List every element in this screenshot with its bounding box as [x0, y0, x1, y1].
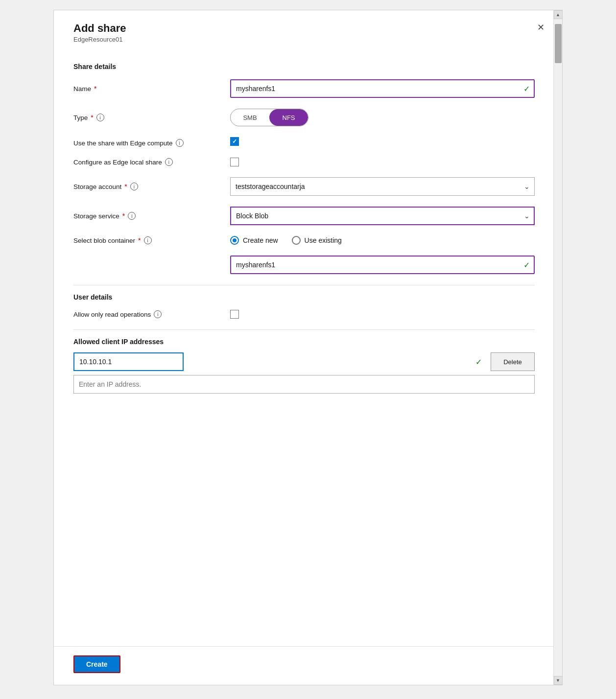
edge-compute-info-icon[interactable]: i: [176, 139, 184, 147]
edge-local-label: Configure as Edge local share i: [73, 158, 230, 166]
ip-input-2[interactable]: [73, 375, 535, 394]
ip-input-wrapper-1: ✓: [73, 352, 487, 371]
storage-account-dropdown[interactable]: teststorageaccountarja: [230, 177, 535, 196]
ip-section-title: Allowed client IP addresses: [73, 338, 535, 346]
type-field-row: Type * i SMB NFS: [73, 109, 535, 126]
blob-container-row: Select blob container * i Create new Use…: [73, 236, 535, 245]
header-text-group: Add share EdgeResource01: [73, 22, 126, 43]
storage-account-required-star: *: [124, 183, 127, 190]
blob-radio-group-wrap: Create new Use existing: [230, 236, 535, 245]
allow-read-checkbox-wrap: [230, 310, 535, 319]
section-divider: [73, 285, 535, 285]
ip-row-2: [73, 375, 535, 394]
user-details-section-title: User details: [73, 293, 535, 301]
storage-service-info-icon[interactable]: i: [128, 212, 136, 220]
edge-local-row: Configure as Edge local share i: [73, 158, 535, 166]
edge-compute-checkbox[interactable]: [230, 137, 239, 146]
ip-section-divider: [73, 329, 535, 330]
storage-account-info-icon[interactable]: i: [130, 183, 138, 190]
edge-compute-checkbox-wrap: [230, 137, 535, 146]
type-toggle-wrap: SMB NFS: [230, 109, 535, 126]
panel-header: Add share EdgeResource01 ✕: [54, 10, 562, 49]
scrollbar[interactable]: ▲ ▼: [553, 10, 562, 685]
create-new-radio-label[interactable]: Create new: [230, 236, 278, 245]
edge-local-checkbox-wrap: [230, 158, 535, 166]
name-input[interactable]: [230, 79, 535, 98]
panel-content: Share details Name * ✓ Type * i: [54, 49, 562, 646]
name-input-wrapper: ✓: [230, 79, 535, 98]
storage-account-dropdown-wrap: teststorageaccountarja ⌄: [230, 177, 535, 196]
smb-toggle-button[interactable]: SMB: [231, 109, 269, 126]
blob-required-star: *: [138, 236, 141, 244]
edge-local-checkbox[interactable]: [230, 158, 239, 166]
use-existing-radio-label[interactable]: Use existing: [292, 236, 342, 245]
storage-service-row: Storage service * i Block Blob ⌄: [73, 207, 535, 225]
storage-service-required-star: *: [122, 212, 125, 220]
panel-footer: Create: [54, 646, 562, 685]
name-required-star: *: [94, 85, 96, 93]
type-info-icon[interactable]: i: [96, 114, 104, 121]
create-new-radio-inner: [233, 238, 237, 242]
share-details-section-title: Share details: [73, 63, 535, 70]
storage-service-dropdown[interactable]: Block Blob: [230, 207, 535, 225]
edge-compute-label: Use the share with Edge compute i: [73, 137, 230, 147]
create-new-label: Create new: [243, 236, 278, 244]
scroll-up-arrow[interactable]: ▲: [554, 10, 563, 19]
allow-read-label: Allow only read operations i: [73, 310, 230, 318]
ip-input-1[interactable]: [73, 352, 184, 371]
name-label: Name *: [73, 85, 230, 93]
name-field-row: Name * ✓: [73, 79, 535, 98]
storage-account-row: Storage account * i teststorageaccountar…: [73, 177, 535, 196]
create-button[interactable]: Create: [73, 655, 120, 673]
type-label: Type * i: [73, 114, 230, 121]
type-toggle-group: SMB NFS: [230, 109, 308, 126]
storage-account-label: Storage account * i: [73, 183, 230, 190]
storage-service-label: Storage service * i: [73, 212, 230, 220]
allow-read-info-icon[interactable]: i: [154, 310, 162, 318]
scrollbar-thumb[interactable]: [555, 24, 562, 63]
ip-row-1: ✓ Delete: [73, 352, 535, 371]
blob-radio-group: Create new Use existing: [230, 236, 535, 245]
edge-local-info-icon[interactable]: i: [165, 158, 173, 166]
nfs-toggle-button[interactable]: NFS: [269, 109, 308, 126]
allow-read-checkbox[interactable]: [230, 310, 239, 319]
create-new-radio-button[interactable]: [230, 236, 239, 245]
type-required-star: *: [91, 114, 93, 121]
name-input-wrap: ✓: [230, 79, 535, 98]
container-input-wrapper: ✓: [230, 256, 535, 274]
blob-info-icon[interactable]: i: [144, 236, 152, 244]
container-check-icon: ✓: [523, 260, 530, 270]
container-name-input[interactable]: [230, 256, 535, 274]
close-button[interactable]: ✕: [533, 20, 548, 35]
name-check-icon: ✓: [523, 84, 530, 93]
use-existing-radio-button[interactable]: [292, 236, 301, 245]
panel-title: Add share: [73, 22, 126, 35]
blob-container-label: Select blob container * i: [73, 236, 230, 244]
add-share-panel: ▲ ▼ Add share EdgeResource01 ✕ Share det…: [53, 10, 563, 685]
container-name-row: ✓: [230, 256, 535, 274]
panel-subtitle: EdgeResource01: [73, 36, 126, 43]
use-existing-label: Use existing: [305, 236, 342, 244]
ip-check-icon: ✓: [475, 357, 482, 367]
edge-compute-row: Use the share with Edge compute i: [73, 137, 535, 147]
storage-service-dropdown-wrap: Block Blob ⌄: [230, 207, 535, 225]
scroll-down-arrow[interactable]: ▼: [554, 676, 563, 685]
delete-button[interactable]: Delete: [491, 352, 535, 371]
allow-read-row: Allow only read operations i: [73, 310, 535, 319]
